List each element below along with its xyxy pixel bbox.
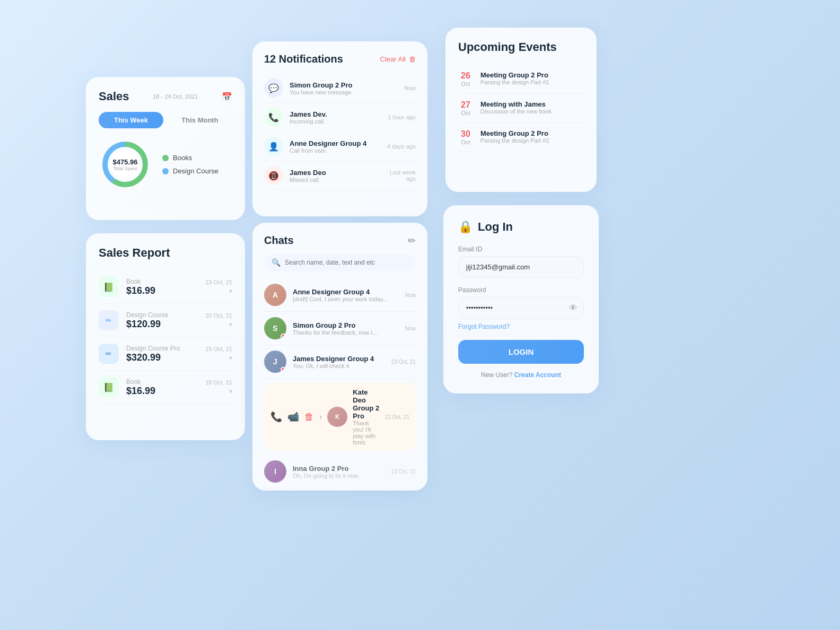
chevron-icon-3[interactable]: ▾	[229, 388, 232, 395]
unread-dot-simon	[281, 334, 286, 339]
chevron-icon-0[interactable]: ▾	[229, 287, 232, 295]
report-content-3: Book $16.99	[126, 378, 198, 397]
edit-icon[interactable]: ✏	[408, 235, 416, 247]
chat-item-anne[interactable]: A Anne Designer Group 4 [draft] Cool, I …	[264, 278, 416, 312]
design-dot	[162, 168, 169, 174]
events-card: Upcoming Events 26 Oct Meeting Group 2 P…	[445, 28, 597, 192]
donut-amount: $475.96	[113, 158, 138, 166]
avatar-kate: K	[327, 407, 347, 427]
password-label: Password	[458, 286, 584, 294]
events-list: 26 Oct Meeting Group 2 Pro Parsing the d…	[458, 65, 584, 152]
legend-books: Books	[162, 154, 218, 162]
notif-icon-2: 👤	[264, 137, 283, 156]
this-month-tab[interactable]: This Month	[168, 112, 232, 128]
chat-content-kate: Kate Deo Group 2 Pro Thank you! I'll pla…	[353, 388, 380, 445]
email-input[interactable]	[458, 256, 584, 278]
video-icon[interactable]: 📹	[287, 411, 299, 423]
search-icon: 🔍	[272, 258, 281, 267]
report-date-1: 20 Oct, 21	[205, 312, 232, 319]
notif-item-1: 📞 James Dev. Incoming call. 1 hour ago	[264, 103, 416, 132]
notif-name-3: James Deo	[290, 169, 383, 177]
email-label: Email ID	[458, 246, 584, 253]
trash-icon-kate[interactable]: 🗑	[304, 412, 314, 423]
event-date-2: 30 Oct	[458, 129, 473, 145]
report-item-3: 📗 Book $16.99 18 Oct, 21 ▾	[99, 371, 232, 404]
chat-content-simon: Simon Group 2 Pro Thanks for the feedbac…	[293, 321, 399, 336]
login-button[interactable]: LOGIN	[458, 340, 584, 364]
notif-name-1: James Dev.	[290, 110, 381, 118]
avatar-anne: A	[264, 284, 286, 306]
donut-label: Total Spent	[113, 166, 138, 171]
chart-legend: Books Design Course	[162, 154, 218, 175]
design-label: Design Course	[173, 167, 218, 175]
trash-icon: 🗑	[409, 55, 416, 63]
chat-content-inna: Inna Group 2 Pro Oh, I'm going to fix it…	[293, 465, 385, 479]
chat-item-simon[interactable]: S Simon Group 2 Pro Thanks for the feedb…	[264, 312, 416, 345]
kate-actions: 📞 📹 🗑	[270, 411, 314, 423]
event-info-0: Meeting Group 2 Pro Parsing the design P…	[480, 71, 549, 85]
forgot-password-link[interactable]: Forgot Password?	[458, 323, 584, 330]
event-date-1: 27 Oct	[458, 100, 473, 116]
sales-date: 18 - 24 Oct, 2021	[153, 93, 198, 100]
report-content-2: Design Course Pro $320.99	[126, 345, 198, 363]
notif-item-0: 💬 Simon Group 2 Pro You have new message…	[264, 74, 416, 103]
report-date-2: 19 Oct, 21	[205, 346, 232, 352]
event-item-2: 30 Oct Meeting Group 2 Pro Parsing the d…	[458, 123, 584, 152]
chat-item-james[interactable]: J James Designer Group 4 You: Ok, I will…	[264, 345, 416, 379]
sales-title: Sales	[99, 90, 129, 103]
notif-time-1: 1 hour ago	[388, 114, 416, 120]
sales-report-card: Sales Report 📗 Book $16.99 23 Oct, 21 ▾ …	[86, 233, 245, 440]
lock-icon: 🔒	[458, 220, 472, 234]
report-icon-1: ✏	[99, 310, 119, 330]
notif-name-0: Simon Group 2 Pro	[290, 81, 398, 89]
clear-all-label: Clear All	[380, 55, 406, 63]
chat-item-inna[interactable]: I Inna Group 2 Pro Oh, I'm going to fix …	[264, 455, 416, 488]
chat-search-input[interactable]	[285, 259, 408, 266]
events-title: Upcoming Events	[458, 40, 584, 54]
notif-list: 💬 Simon Group 2 Pro You have new message…	[264, 74, 416, 190]
chevron-icon-1[interactable]: ▾	[229, 321, 232, 328]
notifications-card: 12 Notifications Clear All 🗑 💬 Simon Gro…	[252, 41, 427, 216]
create-account-link[interactable]: Create Account	[514, 371, 561, 379]
unread-dot-james	[281, 367, 286, 372]
password-input[interactable]	[458, 297, 584, 319]
notif-item-3: 📵 James Deo Missed call. Last weekago	[264, 161, 416, 190]
report-icon-0: 📗	[99, 277, 119, 297]
books-dot	[162, 155, 169, 161]
notif-icon-1: 📞	[264, 108, 283, 127]
event-info-2: Meeting Group 2 Pro Parsing the design P…	[480, 129, 549, 144]
new-user-text: New User?	[481, 371, 512, 379]
phone-icon[interactable]: 📞	[270, 411, 282, 423]
event-item-1: 27 Oct Meeting with James Discussion of …	[458, 94, 584, 123]
notif-sub-1: Incoming call.	[290, 118, 381, 125]
login-card: 🔒 Log In Email ID Password 👁 Forgot Pass…	[443, 205, 599, 393]
chevron-icon-2[interactable]: ▾	[229, 354, 232, 362]
notif-content-1: James Dev. Incoming call.	[290, 110, 381, 125]
event-info-1: Meeting with James Discussion of the new…	[480, 100, 552, 115]
report-content-1: Design Course $120.99	[126, 311, 198, 330]
notif-name-2: Anne Designer Group 4	[290, 139, 381, 147]
notif-time-0: Now	[404, 85, 416, 91]
notif-time-2: 4 days ago	[387, 143, 416, 150]
login-title: Log In	[478, 220, 513, 234]
new-user-section: New User? Create Account	[458, 371, 584, 379]
notif-sub-2: Call from user.	[290, 147, 381, 154]
report-icon-2: ✏	[99, 344, 119, 364]
chats-card: Chats ✏ 🔍 A Anne Designer Group 4 [draft…	[252, 223, 427, 491]
eye-icon[interactable]: 👁	[569, 303, 578, 313]
notif-title: 12 Notifications	[264, 53, 343, 65]
notif-icon-3: 📵	[264, 166, 283, 185]
avatar-inna: I	[264, 460, 286, 483]
notif-content-2: Anne Designer Group 4 Call from user.	[290, 139, 381, 154]
report-date-0: 23 Oct, 21	[205, 279, 232, 285]
event-date-0: 26 Oct	[458, 71, 473, 87]
this-week-tab[interactable]: This Week	[99, 112, 163, 128]
chat-search-box[interactable]: 🔍	[264, 254, 416, 271]
sales-card: Sales 18 - 24 Oct, 2021 📅 This Week This…	[86, 77, 245, 220]
report-list: 📗 Book $16.99 23 Oct, 21 ▾ ✏ Design Cour…	[99, 270, 232, 404]
report-title: Sales Report	[99, 246, 232, 260]
clear-all-button[interactable]: Clear All 🗑	[380, 55, 416, 63]
report-date-3: 18 Oct, 21	[205, 379, 232, 386]
notif-item-2: 👤 Anne Designer Group 4 Call from user. …	[264, 132, 416, 161]
chat-content-james: James Designer Group 4 You: Ok, I will c…	[293, 355, 385, 369]
